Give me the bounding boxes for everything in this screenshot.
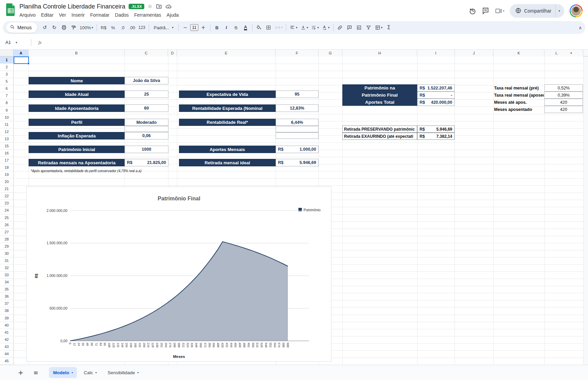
- row-header-2[interactable]: 2: [0, 64, 14, 71]
- vertical-align-button[interactable]: ▾: [299, 23, 310, 32]
- text-color-button[interactable]: A: [241, 23, 250, 32]
- row-header-27[interactable]: 27: [0, 229, 14, 236]
- insert-comment-button[interactable]: [345, 23, 354, 32]
- column-header-f[interactable]: F: [276, 50, 318, 56]
- field-value-rentabilidade-real[interactable]: 6,44%: [276, 119, 318, 126]
- rate-label-taxa-pre[interactable]: Taxa real mensal (pré): [494, 84, 544, 92]
- column-header-d[interactable]: D: [168, 50, 177, 56]
- insert-chart-button[interactable]: [355, 23, 364, 32]
- row-header-44[interactable]: 44: [0, 350, 14, 358]
- row-header-29[interactable]: 29: [0, 243, 14, 250]
- column-header-i[interactable]: I: [417, 50, 455, 56]
- menu-item-ajuda[interactable]: Ajuda: [164, 11, 182, 19]
- video-call-button[interactable]: ▾: [495, 7, 505, 15]
- field-value-expectativa[interactable]: 95: [276, 90, 318, 98]
- menus-search-button[interactable]: Menus: [6, 22, 37, 33]
- selected-cell-a1[interactable]: [14, 56, 29, 64]
- field-label-rentabilidade-real[interactable]: Rentabilidade Real*: [179, 119, 276, 126]
- column-header-c[interactable]: C: [125, 50, 168, 56]
- rate-value-taxa-aposentadoria[interactable]: 0,39%: [544, 92, 583, 99]
- field-value-aportes-mensais[interactable]: R$ 1.000,00: [276, 146, 318, 153]
- format-percent-button[interactable]: %: [109, 23, 118, 32]
- sheet-tab-sensibilidade[interactable]: Sensibilidade ▾: [103, 367, 143, 378]
- row-header-26[interactable]: 26: [0, 221, 14, 229]
- fill-handle[interactable]: [27, 62, 30, 65]
- move-folder-icon[interactable]: [156, 3, 162, 10]
- document-title[interactable]: Planilha Controle Liberdade Financeira: [19, 3, 125, 10]
- field-label-retirada-ideal[interactable]: Retirada mensal ideal: [179, 159, 276, 166]
- field-label-idade-aposentadoria[interactable]: Idade Aposentadoria: [29, 104, 125, 112]
- row-header-3[interactable]: 3: [0, 71, 14, 78]
- column-header-j[interactable]: J: [455, 50, 493, 56]
- redo-button[interactable]: ↻: [50, 23, 59, 32]
- italic-button[interactable]: I: [222, 23, 231, 32]
- column-header-g[interactable]: G: [318, 50, 342, 56]
- row-header-45[interactable]: 45: [0, 358, 14, 365]
- column-header-h[interactable]: H: [342, 50, 417, 56]
- share-caret-icon[interactable]: ▾: [555, 4, 564, 18]
- summary-label-patrimonio-na[interactable]: Patrimônio na: [342, 84, 417, 92]
- column-header-l[interactable]: L▾: [544, 50, 583, 56]
- name-box[interactable]: A1 ▾: [0, 40, 29, 45]
- all-sheets-button[interactable]: ≡: [31, 367, 41, 378]
- row-header-15[interactable]: 15: [0, 143, 14, 150]
- bold-button[interactable]: B: [212, 23, 222, 32]
- functions-button[interactable]: Σ: [384, 23, 393, 32]
- font-select[interactable]: Padrã... ▾: [151, 23, 176, 32]
- empty-cell-f13[interactable]: [276, 132, 318, 139]
- menu-item-ferramentas[interactable]: Ferramentas: [131, 11, 164, 19]
- menu-item-dados[interactable]: Dados: [112, 11, 131, 19]
- row-header-40[interactable]: 40: [0, 322, 14, 329]
- row-header-38[interactable]: 38: [0, 307, 14, 314]
- row-header-11[interactable]: 11: [0, 121, 14, 128]
- field-label-expectativa[interactable]: Expectativa de Vida: [179, 90, 276, 98]
- withdrawal-value-exaurindo[interactable]: R$ 7.382,14: [417, 133, 455, 140]
- row-header-1[interactable]: 1: [0, 56, 14, 64]
- row-header-10[interactable]: 10: [0, 114, 14, 121]
- font-size-input[interactable]: 11: [190, 24, 198, 31]
- sheet-canvas[interactable]: 1235678910111213151617181920212223242526…: [0, 56, 588, 365]
- text-rotation-button[interactable]: ▾: [321, 23, 331, 32]
- row-header-6[interactable]: 6: [0, 85, 14, 92]
- decrease-decimals-button[interactable]: .0: [118, 23, 127, 32]
- row-header-22[interactable]: 22: [0, 193, 14, 200]
- row-header-43[interactable]: 43: [0, 343, 14, 350]
- field-label-idade-atual[interactable]: Idade Atual: [29, 90, 125, 98]
- tab-caret-icon[interactable]: ▾: [71, 371, 73, 374]
- row-header-39[interactable]: 39: [0, 315, 14, 322]
- format-currency-button[interactable]: R$: [99, 23, 108, 32]
- field-value-rentabilidade-nominal[interactable]: 12,83%: [276, 104, 318, 112]
- column-header-k[interactable]: K: [493, 50, 544, 56]
- row-header-30[interactable]: 30: [0, 250, 14, 257]
- row-header-19[interactable]: 19: [0, 171, 14, 178]
- row-header-33[interactable]: 33: [0, 271, 14, 279]
- menu-item-arquivo[interactable]: Arquivo: [17, 11, 38, 19]
- tab-caret-icon[interactable]: ▾: [137, 371, 139, 374]
- row-header-21[interactable]: 21: [0, 185, 14, 193]
- withdrawal-value-preservando[interactable]: R$ 5.946,69: [417, 126, 455, 133]
- row-header-5[interactable]: 5: [0, 78, 14, 85]
- cloud-status-icon[interactable]: [165, 3, 172, 10]
- field-value-retiradas-mensais[interactable]: R$ 21.825,00: [125, 159, 168, 166]
- name-box-caret-icon[interactable]: ▾: [16, 41, 17, 44]
- field-label-perfil[interactable]: Perfil: [29, 119, 125, 126]
- table-views-button[interactable]: ▾: [374, 23, 384, 32]
- decrease-font-size-button[interactable]: −: [181, 23, 190, 32]
- menu-item-ver[interactable]: Ver: [56, 11, 69, 19]
- row-header-7[interactable]: 7: [0, 92, 14, 99]
- row-header-9[interactable]: 9: [0, 106, 14, 114]
- version-history-icon[interactable]: [469, 7, 476, 15]
- menu-item-inserir[interactable]: Inserir: [69, 11, 87, 19]
- merge-cells-button[interactable]: ▾: [274, 23, 284, 32]
- field-label-rentabilidade-nominal[interactable]: Rentabilidade Esperada (Nominal: [179, 104, 276, 112]
- row-header-37[interactable]: 37: [0, 300, 14, 307]
- field-label-aportes-mensais[interactable]: Aportes Mensais: [179, 146, 276, 153]
- rate-value-meses-aposentado[interactable]: 420: [544, 106, 583, 113]
- increase-font-size-button[interactable]: +: [199, 23, 208, 32]
- zoom-control[interactable]: 100% ▾: [78, 23, 95, 32]
- sheets-logo[interactable]: [6, 3, 15, 16]
- rate-label-meses-ate[interactable]: Meses até apos.: [494, 99, 544, 106]
- withdrawal-label-exaurindo[interactable]: Retirada EXAURINDO (até expectati: [342, 133, 417, 140]
- empty-cell-f12[interactable]: [276, 126, 318, 132]
- field-value-idade-atual[interactable]: 25: [125, 90, 168, 98]
